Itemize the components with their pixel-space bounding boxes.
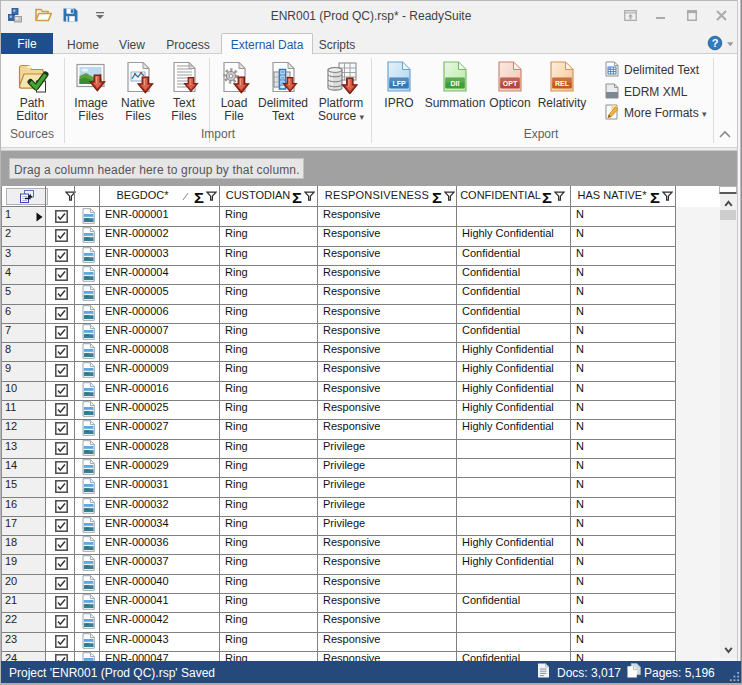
- svg-text:OPT: OPT: [503, 80, 518, 87]
- svg-text:DII: DII: [451, 80, 460, 87]
- svg-text:LFP: LFP: [392, 80, 406, 87]
- svg-text:REL: REL: [555, 80, 570, 87]
- svg-text:?: ?: [712, 37, 719, 49]
